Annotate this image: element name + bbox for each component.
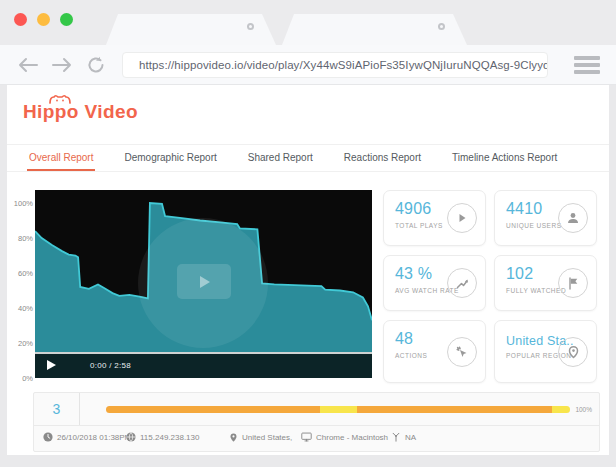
globe-icon [126,432,136,442]
window-controls [14,13,73,26]
stat-card-fully-watched: 102 FULLY WATCHED [494,255,597,311]
tab-overall-report[interactable]: Overall Report [21,145,101,171]
minimize-window-button[interactable] [37,13,50,26]
watch-progress-bar [106,406,570,413]
hippo-ears-icon [47,93,73,104]
tab-demographic-report[interactable]: Demographic Report [116,145,224,171]
tab-shared-report[interactable]: Shared Report [240,145,321,171]
browser-window: https://hippovideo.io/video/play/Xy44wS9… [0,0,616,467]
y-tick: 20% [7,339,33,348]
maximize-window-button[interactable] [60,13,73,26]
play-circle-icon [447,203,477,233]
y-tick: 100% [7,199,33,208]
meta-browser-os: Chrome - Macintosh [301,432,388,442]
meta-network: NA [391,432,416,442]
play-icon [200,276,210,288]
browser-tab-1[interactable] [106,14,276,45]
browser-tabstrip [0,0,616,45]
tab-close-icon[interactable] [247,23,254,30]
watch-progress: 100% [80,406,599,413]
viewer-index: 3 [34,393,80,425]
hamburger-menu-icon[interactable] [574,56,600,74]
meta-timestamp: 26/10/2018 01:38PM [43,432,131,442]
y-tick: 60% [7,269,33,278]
video-player[interactable]: 0:00 / 2:58 [35,190,372,378]
forward-arrow-icon[interactable] [50,53,74,77]
map-pin-icon [558,337,588,367]
video-controls-bar: 0:00 / 2:58 [35,352,372,378]
user-icon [558,203,588,233]
clock-icon [43,432,53,442]
hippo-video-logo[interactable]: Hippo Video [23,101,138,123]
tab-reactions-report[interactable]: Reactions Report [336,145,429,171]
chart-y-axis: 100% 80% 60% 40% 20% 0% [7,190,33,382]
url-bar[interactable]: https://hippovideo.io/video/play/Xy44wS9… [122,52,548,78]
location-pin-icon [229,432,238,443]
browser-tab-2[interactable] [282,14,467,45]
y-tick: 80% [7,234,33,243]
network-icon [391,432,401,442]
cursor-click-icon [447,337,477,367]
trend-up-icon [447,268,477,298]
site-header: Hippo Video [7,85,609,145]
stat-card-total-plays: 4906 TOTAL PLAYS [383,190,486,246]
time-display: 0:00 / 2:58 [90,361,131,370]
report-tabs: Overall Report Demographic Report Shared… [7,145,609,172]
stats-grid: 4906 TOTAL PLAYS 4410 UNIQUE USERS 43 % … [383,190,597,383]
stat-card-actions: 48 ACTIONS [383,320,486,383]
tab-close-icon[interactable] [438,23,445,30]
play-button[interactable] [47,360,56,370]
viewer-progress-row: 3 100% [34,393,599,426]
y-tick: 40% [7,304,33,313]
stat-card-popular-region: United Sta.. POPULAR REGION [494,320,597,383]
meta-ip-address: 115.249.238.130 [126,432,199,442]
y-tick: 0% [7,374,33,383]
viewer-row-panel: 3 100% 26/10/2018 01:38PM 115.249.238.13… [33,392,600,452]
big-play-button[interactable] [177,264,231,299]
back-arrow-icon[interactable] [16,53,40,77]
seek-bar[interactable] [35,352,372,354]
desktop-icon [301,432,312,442]
stat-card-unique-users: 4410 UNIQUE USERS [494,190,597,246]
flag-icon [558,268,588,298]
page-content: Hippo Video Overall Report Demographic R… [7,85,609,455]
browser-toolbar: https://hippovideo.io/video/play/Xy44wS9… [0,45,616,85]
meta-location: United States, [229,432,292,443]
watch-progress-label: 100% [575,406,592,413]
close-window-button[interactable] [14,13,27,26]
reload-icon[interactable] [84,53,108,77]
url-text[interactable]: https://hippovideo.io/video/play/Xy44wS9… [139,59,548,71]
viewer-meta-row: 26/10/2018 01:38PM 115.249.238.130 Unite… [34,426,599,452]
tab-timeline-actions-report[interactable]: Timeline Actions Report [444,145,565,171]
logo-text: Hippo Video [23,101,138,122]
stat-card-avg-watch-rate: 43 % AVG WATCH RATE [383,255,486,311]
